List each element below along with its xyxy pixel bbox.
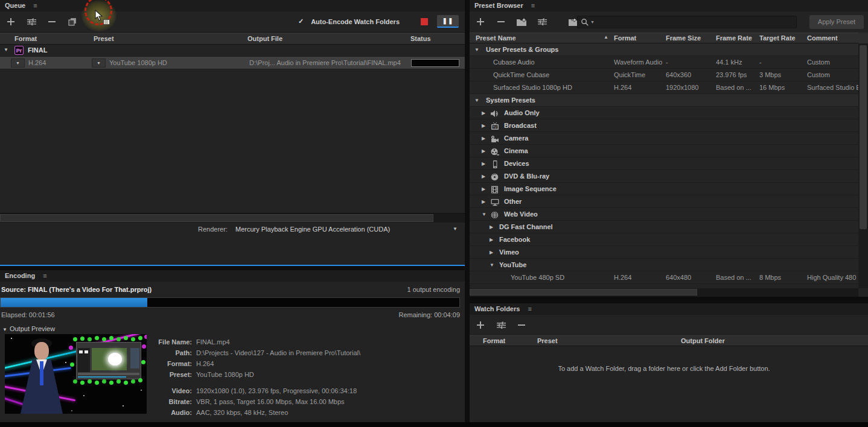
expand-triangle-icon[interactable]: ▶ bbox=[490, 221, 493, 233]
collapse-triangle-icon[interactable]: ▼ bbox=[490, 259, 494, 271]
auto-encode-checkbox[interactable]: ✓ bbox=[298, 17, 304, 25]
col-format[interactable]: Format bbox=[614, 34, 636, 42]
queue-table-header: Format Preset Output File Status bbox=[0, 33, 465, 45]
create-preset-button[interactable] bbox=[474, 16, 487, 27]
detail-label: Preset: bbox=[154, 369, 192, 380]
queue-source-row[interactable]: ▼ Pr FINAL bbox=[0, 45, 465, 57]
expand-triangle-icon[interactable]: ▶ bbox=[482, 145, 485, 157]
collapse-triangle-icon[interactable]: ▼ bbox=[482, 208, 487, 221]
preset-table-header: Preset Name ▲ Format Frame Size Frame Ra… bbox=[470, 33, 868, 43]
search-input[interactable] bbox=[595, 19, 776, 26]
renderer-select[interactable]: Mercury Playback Engine GPU Acceleration… bbox=[235, 226, 390, 233]
chevron-down-icon[interactable]: ▼ bbox=[453, 226, 458, 232]
category-row-dvd-bluray[interactable]: ▶ DVD & Blu-ray bbox=[470, 170, 858, 183]
delete-preset-button[interactable] bbox=[495, 16, 507, 27]
job-format[interactable]: H.264 bbox=[28, 59, 46, 66]
add-output-button[interactable] bbox=[5, 16, 17, 27]
scrollbar-thumb[interactable] bbox=[0, 214, 433, 222]
preset-horizontal-scrollbar[interactable] bbox=[470, 288, 858, 297]
watch-folders-menu-icon[interactable]: ≡ bbox=[528, 305, 531, 312]
category-row-devices[interactable]: ▶ Devices bbox=[470, 157, 858, 170]
auto-encode-label: Auto-Encode Watch Folders bbox=[311, 18, 400, 25]
category-row-audio-only[interactable]: ▶ Audio Only bbox=[470, 107, 858, 119]
preset-browser-menu-icon[interactable]: ≡ bbox=[531, 2, 535, 9]
preset-browser-header: Preset Browser ≡ bbox=[470, 0, 868, 11]
stop-queue-button[interactable] bbox=[418, 16, 431, 28]
expand-triangle-icon[interactable]: ▶ bbox=[482, 195, 485, 208]
expand-triangle-icon[interactable]: ▶ bbox=[482, 157, 485, 170]
detail-value: AAC, 320 kbps, 48 kHz, Stereo bbox=[196, 409, 288, 416]
queue-toolbar: ✓ Auto-Encode Watch Folders ❚❚ bbox=[0, 11, 465, 33]
watch-folders-drop-area[interactable] bbox=[470, 346, 868, 422]
category-row-other[interactable]: ▶ Other bbox=[470, 195, 858, 208]
subcategory-row-youtube[interactable]: ▼ YouTube bbox=[470, 259, 858, 271]
category-row-web-video[interactable]: ▼ Web Video bbox=[470, 208, 858, 221]
expand-triangle-icon[interactable]: ▶ bbox=[482, 132, 485, 145]
subcategory-row-dg-fast-channel[interactable]: ▶ DG Fast Channel bbox=[470, 221, 858, 233]
job-preset[interactable]: YouTube 1080p HD bbox=[109, 59, 167, 66]
category-row-cinema[interactable]: ▶ Cinema bbox=[470, 145, 858, 157]
format-dropdown[interactable]: ▼ bbox=[11, 59, 25, 68]
collapse-triangle-icon[interactable]: ▼ bbox=[4, 47, 8, 52]
collapse-triangle-icon[interactable]: ▼ bbox=[474, 43, 479, 56]
preset-row-youtube-480p[interactable]: YouTube 480p SD H.264 640x480 Based on .… bbox=[470, 271, 858, 284]
preset-settings-icon[interactable] bbox=[536, 16, 548, 27]
preset-row-cubase-audio[interactable]: Cubase Audio Waveform Audio - 44.1 kHz -… bbox=[470, 56, 858, 69]
apply-preset-button[interactable]: Apply Preset bbox=[809, 15, 864, 29]
expand-triangle-icon[interactable]: ▶ bbox=[482, 119, 485, 132]
sort-ascending-icon[interactable]: ▲ bbox=[604, 34, 608, 40]
col-target-rate[interactable]: Target Rate bbox=[759, 34, 796, 42]
expand-triangle-icon[interactable]: ▶ bbox=[490, 233, 493, 246]
col-frame-size[interactable]: Frame Size bbox=[666, 34, 701, 42]
collapse-triangle-icon[interactable]: ▼ bbox=[2, 327, 7, 332]
category-row-broadcast[interactable]: ▶ TV Broadcast bbox=[470, 119, 858, 132]
remove-button[interactable] bbox=[46, 16, 58, 27]
collapse-triangle-icon[interactable]: ▼ bbox=[474, 94, 479, 107]
folder-settings-icon[interactable] bbox=[495, 320, 507, 331]
subcategory-row-facebook[interactable]: ▶ Facebook bbox=[470, 233, 858, 246]
scrollbar-thumb[interactable] bbox=[860, 45, 867, 229]
duplicate-button[interactable] bbox=[66, 16, 78, 27]
encoding-panel-menu-icon[interactable]: ≡ bbox=[43, 272, 46, 279]
encoding-panel: Encoding ≡ Source: FINAL (There's a Vide… bbox=[0, 270, 465, 324]
pause-queue-button[interactable]: ❚❚ bbox=[437, 15, 459, 28]
add-folder-button[interactable] bbox=[474, 320, 487, 331]
wf-col-preset: Preset bbox=[537, 337, 558, 344]
col-frame-rate[interactable]: Frame Rate bbox=[716, 34, 752, 42]
panel-divider-left[interactable] bbox=[0, 266, 465, 270]
expand-triangle-icon[interactable]: ▶ bbox=[482, 183, 485, 195]
new-group-folder-icon[interactable] bbox=[515, 16, 528, 27]
job-output-file[interactable]: D:\Proj... Audio in Premiere Pro\Tutoria… bbox=[249, 59, 401, 66]
search-options-caret-icon[interactable]: ▼ bbox=[590, 20, 595, 24]
queue-job-row[interactable]: ▼ H.264 ▼ YouTube 1080p HD D:\Proj... Au… bbox=[0, 57, 465, 69]
category-row-image-sequence[interactable]: ▶ Image Sequence bbox=[470, 183, 858, 195]
preset-search-field[interactable]: ▼ bbox=[577, 16, 797, 28]
job-settings-icon[interactable] bbox=[25, 16, 37, 27]
remaining-time: Remaining: 00:04:09 bbox=[398, 311, 460, 318]
preset-browser-toolbar: ▼ Apply Preset bbox=[470, 11, 868, 33]
subcategory-row-vimeo[interactable]: ▶ Vimeo bbox=[470, 246, 858, 259]
expand-triangle-icon[interactable]: ▶ bbox=[490, 246, 493, 259]
queue-panel-menu-icon[interactable]: ≡ bbox=[33, 2, 37, 9]
output-preview-title: ▼Output Preview bbox=[2, 325, 55, 332]
watch-folders-empty-message: To add a Watch Folder, drag a folder her… bbox=[470, 365, 858, 372]
queue-horizontal-scrollbar[interactable] bbox=[0, 213, 465, 223]
scrollbar-thumb[interactable] bbox=[470, 289, 697, 296]
preset-browser-title: Preset Browser bbox=[474, 2, 523, 9]
remove-folder-button[interactable] bbox=[515, 320, 528, 331]
preset-dropdown[interactable]: ▼ bbox=[92, 59, 106, 68]
preset-row-quicktime-cubase[interactable]: QuickTime Cubase QuickTime 640x360 23.97… bbox=[470, 69, 858, 81]
group-row-user-presets[interactable]: ▼ User Presets & Groups bbox=[470, 43, 858, 56]
expand-triangle-icon[interactable]: ▶ bbox=[482, 107, 485, 119]
group-row-system-presets[interactable]: ▼ System Presets bbox=[470, 94, 858, 107]
source-name: FINAL bbox=[28, 46, 47, 54]
expand-triangle-icon[interactable]: ▶ bbox=[482, 170, 485, 183]
preset-row-surfaced-studio[interactable]: Surfaced Studio 1080p HD H.264 1920x1080… bbox=[470, 81, 858, 94]
preset-vertical-scrollbar[interactable] bbox=[858, 33, 868, 288]
col-comment[interactable]: Comment bbox=[807, 34, 838, 42]
panel-divider-vertical[interactable] bbox=[465, 0, 470, 427]
panel-divider-right[interactable] bbox=[470, 300, 868, 303]
glow-orbs-decoration bbox=[73, 337, 77, 341]
col-preset-name[interactable]: Preset Name bbox=[476, 34, 516, 42]
category-row-camera[interactable]: ▶ Camera bbox=[470, 132, 858, 145]
